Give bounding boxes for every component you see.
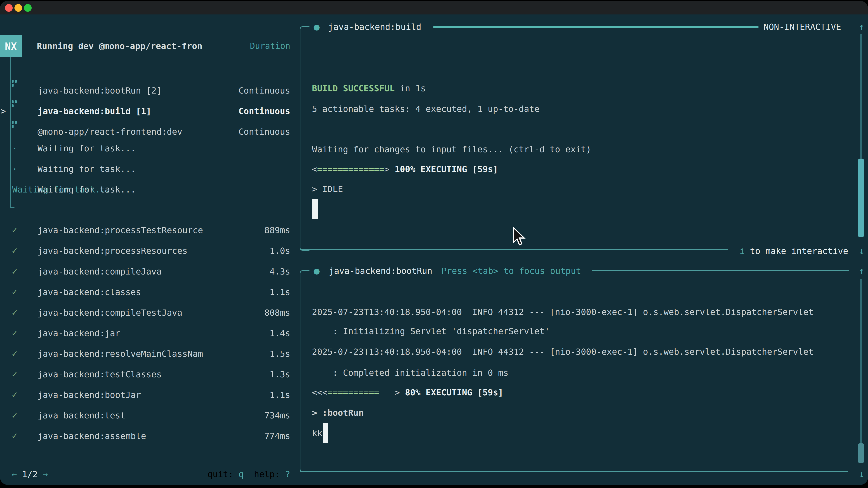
check-icon: ✓ — [11, 266, 18, 278]
check-icon: ✓ — [11, 286, 18, 298]
waiting-label: Waiting for task... — [37, 184, 136, 195]
sidebar-item-frontend-dev[interactable]: @mono-app/react-frontend:dev Continuous — [0, 126, 300, 138]
scroll-down-icon[interactable]: ↓ — [855, 468, 868, 480]
task-name: java-backend:classes — [37, 286, 141, 298]
sidebar-header: Running dev @mono-app/react-fron Duratio… — [0, 40, 300, 52]
close-button[interactable] — [5, 4, 13, 12]
scrollbar-track[interactable] — [860, 279, 862, 443]
tasks-summary-line: 5 actionable tasks: 4 executed, 1 up-to-… — [312, 103, 539, 115]
spacer — [37, 469, 43, 479]
table-row[interactable]: ✓ java-backend:bootJar 1.1s — [0, 389, 300, 401]
bootrun-panel-title: java-backend:bootRun — [329, 265, 432, 277]
check-icon: ✓ — [11, 224, 18, 236]
zoom-button[interactable] — [24, 4, 32, 12]
bullet-icon: · — [12, 163, 18, 175]
task-name: java-backend:processResources — [37, 245, 187, 257]
sidebar-title: Running dev @mono-app/react-fron — [37, 40, 202, 52]
table-row[interactable]: ✓ java-backend:compileTestJava 808ms — [0, 307, 300, 319]
task-name: java-backend:compileTestJava — [37, 307, 182, 319]
task-name: java-backend:build [1] — [37, 105, 151, 117]
terminal-cursor — [312, 199, 318, 219]
table-row[interactable]: ✓ java-backend:classes 1.1s — [0, 286, 300, 298]
pagination: ← 1/2 → — [12, 468, 48, 480]
interactive-hint-text: to make interactive — [745, 246, 848, 256]
interactive-hint: i to make interactive — [740, 245, 848, 257]
quit-label: quit: — [208, 469, 239, 479]
table-row[interactable]: ✓ java-backend:jar 1.4s — [0, 327, 300, 339]
help-label: help: — [244, 469, 285, 479]
check-icon: ✓ — [11, 430, 18, 442]
task-name: java-backend:assemble — [37, 430, 146, 442]
task-status: Continuous — [239, 126, 290, 138]
list-item-waiting: · Waiting for task... — [0, 163, 300, 175]
check-icon: ✓ — [11, 410, 18, 421]
table-row[interactable]: ✓ java-backend:processTestResource 889ms — [0, 224, 300, 236]
check-icon: ✓ — [11, 307, 18, 319]
table-row[interactable]: ✓ java-backend:assemble 774ms — [0, 430, 300, 442]
page-indicator — [17, 469, 22, 479]
waiting-label: Waiting for task... — [37, 142, 136, 154]
log-line: 2025-07-23T13:40:18.950-04:00 INFO 44312… — [312, 306, 813, 318]
progress-label: 100% EXECUTING [59s] — [390, 164, 498, 174]
scroll-up-icon[interactable]: ↑ — [855, 265, 868, 277]
gradle-prompt-line: > :bootRun — [312, 407, 364, 419]
bootrun-panel-bottom-border — [300, 471, 848, 472]
task-status: Continuous — [239, 85, 290, 96]
sidebar-item-bootrun[interactable]: java-backend:bootRun [2] Continuous — [0, 85, 300, 96]
scrollbar-track[interactable] — [860, 34, 862, 159]
log-line: : Initializing Servlet 'dispatcherServle… — [312, 325, 550, 337]
waiting-for-changes-line: Waiting for changes to input files... (c… — [312, 143, 591, 155]
sidebar-footer: ← 1/2 → quit: q help: ? — [0, 468, 300, 480]
task-name: java-backend:testClasses — [37, 368, 162, 380]
task-duration: 4.3s — [270, 266, 290, 278]
progress-prefix: <<< — [312, 387, 328, 397]
page-number: 1/2 — [22, 469, 38, 479]
check-icon: ✓ — [11, 348, 18, 360]
task-duration: 1.5s — [270, 348, 290, 360]
scroll-up-icon[interactable]: ↑ — [855, 21, 868, 33]
task-duration: 1.3s — [270, 368, 290, 380]
focus-output-hint: Press <tab> to focus output — [441, 265, 581, 277]
progress-label: 80% EXECUTING [59s] — [400, 387, 503, 397]
table-row[interactable]: ✓ java-backend:resolveMainClassNam 1.5s — [0, 348, 300, 360]
task-dot-icon: ● — [313, 21, 320, 33]
task-name: java-backend:jar — [37, 327, 120, 339]
scrollbar-thumb[interactable] — [858, 443, 864, 463]
check-icon: ✓ — [11, 368, 18, 380]
build-progress-bar: <=============> 100% EXECUTING [59s] — [312, 163, 498, 175]
scroll-down-icon[interactable]: ↓ — [855, 245, 868, 257]
build-panel-border — [300, 26, 309, 251]
progress-suffix: > — [384, 164, 390, 174]
selected-pointer-icon: > — [0, 105, 6, 117]
help-key: ? — [285, 469, 290, 479]
terminal-cursor — [323, 423, 328, 443]
task-duration: 1.1s — [270, 389, 290, 401]
task-duration: 808ms — [265, 307, 290, 319]
prev-page-arrow-icon[interactable]: ← — [12, 469, 17, 479]
progress-fill: ============= — [317, 164, 384, 174]
log-line: : Completed initialization in 0 ms — [312, 367, 508, 379]
scrollbar-thumb[interactable] — [858, 159, 864, 237]
next-page-arrow-icon[interactable]: → — [43, 469, 48, 479]
sidebar-item-build-selected[interactable]: > java-backend:build [1] Continuous — [0, 105, 300, 117]
table-row[interactable]: ✓ java-backend:testClasses 1.3s — [0, 368, 300, 380]
mode-badge: NON-INTERACTIVE — [764, 21, 841, 33]
table-row[interactable]: ✓ java-backend:processResources 1.0s — [0, 245, 300, 257]
minimize-button[interactable] — [14, 4, 22, 12]
header-divider-line — [433, 26, 758, 28]
build-result-line: BUILD SUCCESSFUL in 1s — [312, 83, 426, 94]
table-row[interactable]: ✓ java-backend:compileJava 4.3s — [0, 266, 300, 278]
task-name: java-backend:test — [37, 410, 125, 421]
check-icon: ✓ — [11, 327, 18, 339]
task-name: @mono-app/react-frontend:dev — [37, 126, 182, 138]
bootrun-panel-header[interactable]: ● java-backend:bootRun Press <tab> to fo… — [300, 265, 868, 277]
table-row[interactable]: ✓ java-backend:test 734ms — [0, 410, 300, 421]
mouse-cursor — [511, 227, 526, 247]
build-successful-text: BUILD SUCCESSFUL — [312, 84, 395, 93]
task-name: java-backend:resolveMainClassNam — [37, 348, 203, 360]
progress-suffix: ---> — [379, 387, 400, 397]
terminal-window: NX Running dev @mono-app/react-fron Dura… — [0, 1, 868, 485]
terminal-input[interactable]: kk — [312, 427, 322, 439]
task-duration: 1.1s — [270, 286, 290, 298]
log-line: 2025-07-23T13:40:18.950-04:00 INFO 44312… — [312, 346, 813, 358]
